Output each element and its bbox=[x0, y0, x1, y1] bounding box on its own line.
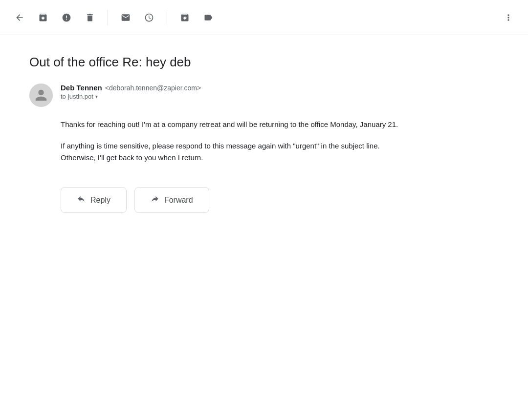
sender-name-line: Deb Tennen <deborah.tennen@zapier.com> bbox=[61, 84, 201, 92]
sender-info: Deb Tennen <deborah.tennen@zapier.com> t… bbox=[61, 84, 201, 100]
snooze-button[interactable] bbox=[139, 8, 159, 27]
archive-button[interactable] bbox=[33, 8, 53, 27]
sender-row: Deb Tennen <deborah.tennen@zapier.com> t… bbox=[29, 84, 499, 107]
to-label: to bbox=[61, 93, 66, 100]
divider-1 bbox=[108, 10, 108, 25]
email-container: Out of the office Re: hey deb Deb Tennen… bbox=[0, 35, 528, 232]
reply-icon bbox=[77, 194, 86, 206]
delete-button[interactable] bbox=[80, 8, 100, 27]
body-paragraph-1: Thanks for reaching out! I'm at a compan… bbox=[61, 119, 411, 130]
forward-label: Forward bbox=[164, 196, 193, 205]
divider-2 bbox=[167, 10, 167, 25]
toolbar bbox=[0, 0, 528, 35]
to-recipient: justin.pot bbox=[68, 93, 93, 100]
back-button[interactable] bbox=[10, 8, 29, 27]
email-body: Thanks for reaching out! I'm at a compan… bbox=[29, 119, 411, 164]
to-line[interactable]: to justin.pot ▾ bbox=[61, 93, 201, 100]
forward-button[interactable]: Forward bbox=[134, 187, 209, 213]
reply-label: Reply bbox=[90, 196, 110, 205]
mark-unread-button[interactable] bbox=[116, 8, 135, 27]
email-subject: Out of the office Re: hey deb bbox=[29, 55, 499, 70]
chevron-down-icon: ▾ bbox=[95, 94, 98, 99]
move-to-button[interactable] bbox=[175, 8, 195, 27]
reply-button[interactable]: Reply bbox=[61, 187, 127, 213]
body-paragraph-2: If anything is time sensitive, please re… bbox=[61, 140, 411, 164]
label-button[interactable] bbox=[198, 8, 218, 27]
report-spam-button[interactable] bbox=[57, 8, 76, 27]
avatar bbox=[29, 84, 53, 107]
more-options-button[interactable] bbox=[499, 8, 518, 27]
action-buttons: Reply Forward bbox=[29, 187, 499, 213]
sender-name: Deb Tennen bbox=[61, 84, 102, 92]
forward-icon bbox=[151, 194, 159, 206]
sender-email: <deborah.tennen@zapier.com> bbox=[105, 84, 201, 92]
